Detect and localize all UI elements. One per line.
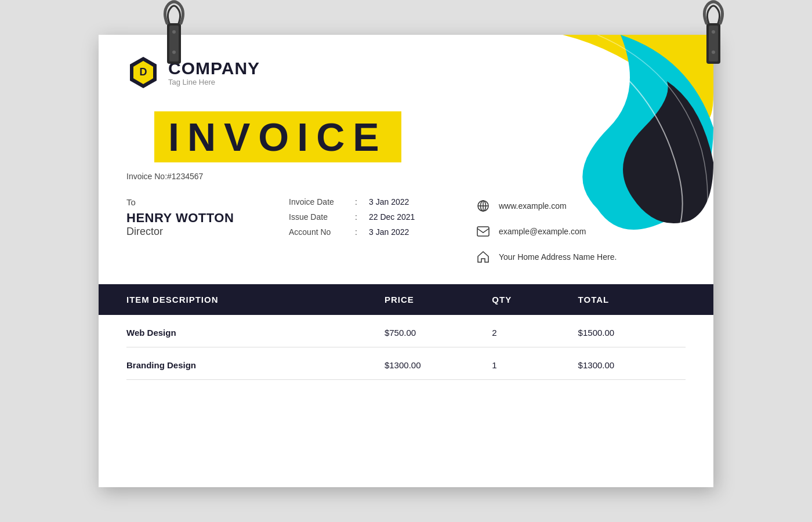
clip-left bbox=[157, 0, 191, 64]
invoice-title-bar: INVOICE bbox=[154, 111, 401, 162]
td-description-2: Branding Design bbox=[126, 360, 385, 380]
bill-to-role: Director bbox=[126, 226, 289, 238]
meta-row-account-no: Account No : 3 Jan 2022 bbox=[289, 227, 474, 237]
meta-label-account-no: Account No bbox=[289, 227, 353, 237]
contact-info: www.example.com example@example.com bbox=[474, 197, 686, 266]
invoice-meta: Invoice Date : 3 Jan 2022 Issue Date : 2… bbox=[289, 197, 474, 242]
invoice-paper: D COMPANY Tag Line Here INVOICE Invoice … bbox=[99, 35, 713, 487]
contact-row-website: www.example.com bbox=[474, 197, 686, 215]
contact-row-email: example@example.com bbox=[474, 223, 686, 240]
clip-right bbox=[696, 0, 731, 64]
td-price-1: $750.00 bbox=[385, 328, 492, 347]
th-qty: QTY bbox=[492, 295, 578, 304]
meta-row-invoice-date: Invoice Date : 3 Jan 2022 bbox=[289, 197, 474, 206]
table-header: ITEM DESCRIPTION PRICE QTY TOTAL bbox=[99, 284, 713, 315]
th-total: TOTAL bbox=[578, 295, 686, 304]
table-row: Web Design $750.00 2 $1500.00 bbox=[99, 315, 713, 347]
meta-row-issue-date: Issue Date : 22 Dec 2021 bbox=[289, 212, 474, 222]
home-icon bbox=[474, 248, 492, 266]
company-logo: D bbox=[126, 56, 160, 89]
bill-to: To HENRY WOTTON Director bbox=[126, 197, 289, 238]
invoice-number-label: Invoice No: bbox=[126, 172, 167, 181]
bill-to-label: To bbox=[126, 197, 289, 207]
email-value: example@example.com bbox=[499, 227, 586, 236]
svg-point-2 bbox=[172, 30, 176, 34]
meta-value-invoice-date: 3 Jan 2022 bbox=[369, 197, 409, 206]
invoice-table: ITEM DESCRIPTION PRICE QTY TOTAL Web Des… bbox=[99, 284, 713, 380]
th-description: ITEM DESCRIPTION bbox=[126, 295, 385, 304]
logo-area: D COMPANY Tag Line Here bbox=[126, 56, 686, 89]
meta-label-issue-date: Issue Date bbox=[289, 212, 353, 222]
td-description-1: Web Design bbox=[126, 328, 385, 347]
address-value: Your Home Address Name Here. bbox=[499, 252, 617, 262]
mail-icon bbox=[474, 223, 492, 240]
td-total-2: $1300.00 bbox=[578, 360, 686, 380]
invoice-number: Invoice No:#1234567 bbox=[126, 172, 686, 181]
td-price-2: $1300.00 bbox=[385, 360, 492, 380]
td-total-1: $1500.00 bbox=[578, 328, 686, 347]
info-section: To HENRY WOTTON Director Invoice Date : … bbox=[126, 197, 686, 266]
meta-label-invoice-date: Invoice Date bbox=[289, 197, 353, 206]
meta-value-account-no: 3 Jan 2022 bbox=[369, 227, 409, 237]
svg-point-7 bbox=[712, 50, 715, 54]
invoice-title-text: INVOICE bbox=[168, 115, 387, 159]
company-tagline: Tag Line Here bbox=[168, 78, 260, 86]
th-price: PRICE bbox=[385, 295, 492, 304]
meta-value-issue-date: 22 Dec 2021 bbox=[369, 212, 415, 222]
svg-rect-15 bbox=[477, 227, 489, 236]
td-qty-1: 2 bbox=[492, 328, 578, 347]
svg-text:D: D bbox=[140, 66, 147, 78]
invoice-number-value: #1234567 bbox=[167, 172, 203, 181]
svg-point-3 bbox=[172, 50, 176, 54]
invoice-title-wrapper: INVOICE bbox=[126, 101, 686, 162]
svg-point-6 bbox=[712, 30, 715, 34]
table-row: Branding Design $1300.00 1 $1300.00 bbox=[99, 347, 713, 380]
page-background: D COMPANY Tag Line Here INVOICE Invoice … bbox=[0, 0, 812, 522]
website-value: www.example.com bbox=[499, 201, 567, 211]
bill-to-name: HENRY WOTTON bbox=[126, 211, 289, 226]
globe-icon bbox=[474, 197, 492, 215]
td-qty-2: 1 bbox=[492, 360, 578, 380]
contact-row-address: Your Home Address Name Here. bbox=[474, 248, 686, 266]
